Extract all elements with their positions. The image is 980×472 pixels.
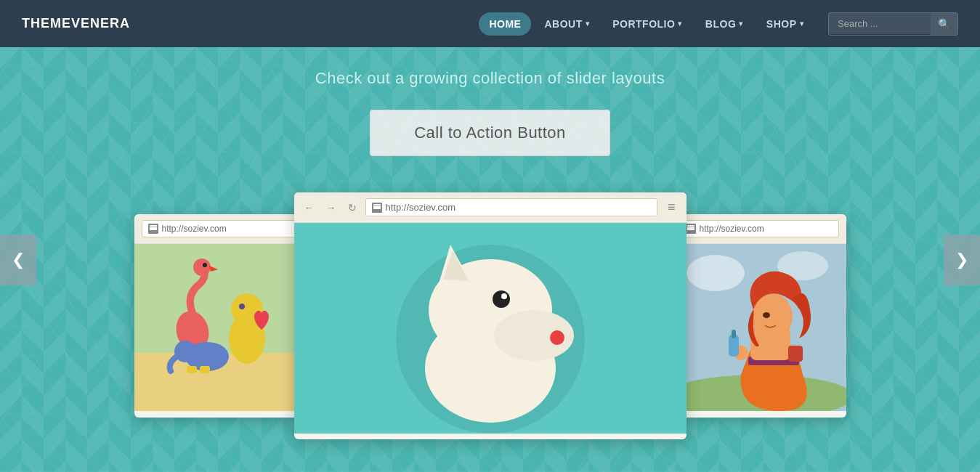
svg-point-28 bbox=[687, 255, 745, 291]
nav-item-shop[interactable]: SHOP ▾ bbox=[756, 12, 814, 36]
browser-bar-main: ← → ↻ http://soziev.com ≡ bbox=[294, 192, 687, 223]
svg-rect-12 bbox=[187, 366, 197, 373]
blog-caret: ▾ bbox=[739, 20, 743, 28]
nav-link-shop[interactable]: SHOP ▾ bbox=[756, 12, 814, 36]
svg-point-5 bbox=[193, 259, 211, 276]
svg-rect-0 bbox=[150, 225, 157, 230]
search-button[interactable]: 🔍 bbox=[931, 13, 957, 35]
svg-rect-35 bbox=[732, 330, 736, 338]
url-icon-main bbox=[372, 203, 382, 213]
svg-point-6 bbox=[203, 263, 207, 267]
svg-rect-1 bbox=[150, 227, 157, 227]
slider-arrow-right[interactable]: ❯ bbox=[944, 235, 980, 285]
browser-card-left: http://soziev.com bbox=[134, 214, 309, 418]
svg-rect-14 bbox=[373, 204, 381, 209]
browser-bar-right: http://soziev.com bbox=[672, 214, 846, 244]
nav-link-portfolio[interactable]: PORTFOLIO ▾ bbox=[602, 12, 692, 36]
nav-link-blog[interactable]: BLOG ▾ bbox=[695, 12, 753, 36]
browser-card-main: ← → ↻ http://soziev.com ≡ bbox=[294, 192, 687, 439]
hero-subtitle: Check out a growing collection of slider… bbox=[315, 69, 665, 88]
browser-content-left bbox=[134, 244, 309, 411]
search-wrapper: 🔍 bbox=[828, 12, 958, 36]
url-icon-right bbox=[686, 224, 696, 234]
shop-caret: ▾ bbox=[800, 20, 804, 28]
cards-wrapper: http://soziev.com bbox=[0, 192, 980, 439]
nav-link-home[interactable]: HOME bbox=[479, 12, 531, 36]
browser-content-right bbox=[672, 244, 846, 411]
svg-rect-25 bbox=[687, 225, 694, 230]
browser-content-main bbox=[294, 223, 687, 434]
main-nav: HOME ABOUT ▾ PORTFOLIO ▾ BLOG ▾ SHOP ▾ bbox=[479, 12, 814, 36]
browser-menu-button[interactable]: ≡ bbox=[663, 198, 679, 216]
svg-rect-39 bbox=[788, 346, 803, 362]
nav-item-blog[interactable]: BLOG ▾ bbox=[695, 12, 753, 36]
search-input[interactable] bbox=[829, 13, 931, 34]
svg-rect-26 bbox=[687, 227, 694, 227]
nav-item-home[interactable]: HOME bbox=[479, 12, 531, 36]
slider-arrow-left[interactable]: ❮ bbox=[0, 235, 36, 285]
url-icon-left bbox=[148, 224, 158, 234]
cta-button[interactable]: Call to Action Button bbox=[370, 110, 610, 156]
chevron-right-icon: ❯ bbox=[955, 251, 968, 269]
browser-back-button[interactable]: ← bbox=[301, 200, 317, 215]
portfolio-caret: ▾ bbox=[678, 20, 682, 28]
hero-section: Check out a growing collection of slider… bbox=[0, 47, 980, 472]
browser-card-right: http://soziev.com bbox=[672, 214, 846, 418]
svg-rect-13 bbox=[200, 366, 210, 373]
nav-link-about[interactable]: ABOUT ▾ bbox=[534, 12, 599, 36]
nav-item-about[interactable]: ABOUT ▾ bbox=[534, 12, 599, 36]
browser-forward-button[interactable]: → bbox=[323, 200, 339, 215]
chevron-left-icon: ❮ bbox=[12, 251, 25, 269]
browser-url-left: http://soziev.com bbox=[142, 220, 301, 237]
svg-rect-15 bbox=[373, 206, 381, 206]
browser-reload-button[interactable]: ↻ bbox=[345, 200, 360, 215]
browser-bar-left: http://soziev.com bbox=[134, 214, 309, 244]
svg-point-22 bbox=[550, 330, 564, 345]
browser-url-right: http://soziev.com bbox=[679, 220, 839, 237]
browser-url-main: http://soziev.com bbox=[365, 198, 657, 216]
svg-point-9 bbox=[239, 304, 245, 309]
svg-point-37 bbox=[763, 312, 770, 318]
svg-point-24 bbox=[501, 293, 507, 299]
about-caret: ▾ bbox=[586, 20, 590, 28]
svg-point-23 bbox=[493, 290, 510, 308]
navbar: THEMEVENERA HOME ABOUT ▾ PORTFOLIO ▾ BLO… bbox=[0, 0, 980, 47]
nav-item-portfolio[interactable]: PORTFOLIO ▾ bbox=[602, 12, 692, 36]
brand-logo: THEMEVENERA bbox=[22, 16, 130, 31]
